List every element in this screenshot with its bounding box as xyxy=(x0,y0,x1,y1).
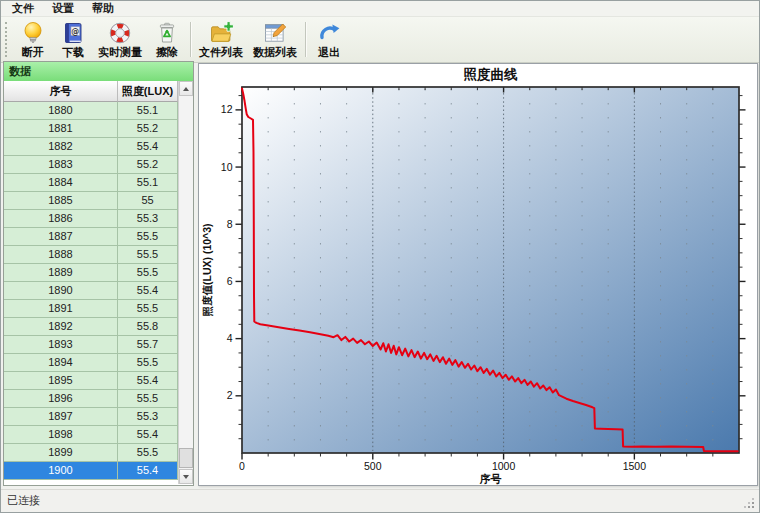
scroll-up-button[interactable] xyxy=(179,81,193,96)
table-row[interactable]: 189155.5 xyxy=(4,300,193,318)
menu-help[interactable]: 帮助 xyxy=(83,0,123,17)
download-label: 下载 xyxy=(62,46,84,59)
table-row[interactable]: 188555 xyxy=(4,192,193,210)
seq-cell: 1881 xyxy=(4,120,118,138)
column-header-seq[interactable]: 序号 xyxy=(4,81,118,102)
data-list-button[interactable]: 数据列表 xyxy=(248,18,302,61)
resize-grip[interactable] xyxy=(744,498,754,508)
seq-cell: 1895 xyxy=(4,372,118,390)
lux-cell: 55.4 xyxy=(118,462,178,480)
svg-text:2: 2 xyxy=(227,389,233,401)
lux-cell: 55 xyxy=(118,192,178,210)
menu-file[interactable]: 文件 xyxy=(3,0,43,17)
seq-cell: 1900 xyxy=(4,462,118,480)
column-header-lux[interactable]: 照度(LUX) xyxy=(118,81,178,102)
lux-cell: 55.5 xyxy=(118,264,178,282)
toolbar-grip xyxy=(5,22,10,57)
table-row[interactable]: 189955.5 xyxy=(4,444,193,462)
data-table: 序号 照度(LUX) 188055.1188155.2188255.418835… xyxy=(4,81,193,485)
menu-settings[interactable]: 设置 xyxy=(43,0,83,17)
lux-cell: 55.5 xyxy=(118,390,178,408)
y-axis-label: 照度值(LUX) (10^3) xyxy=(201,223,214,316)
seq-cell: 1882 xyxy=(4,138,118,156)
data-panel-title: 数据 xyxy=(4,62,193,82)
seq-cell: 1898 xyxy=(4,426,118,444)
erase-label: 擦除 xyxy=(156,46,178,59)
app-window: 文件 设置 帮助 断开 xyxy=(0,0,760,513)
exit-label: 退出 xyxy=(318,46,340,59)
toolbar: 断开 @ 下载 xyxy=(1,16,759,63)
table-header: 序号 照度(LUX) xyxy=(4,81,193,102)
table-row[interactable]: 189055.4 xyxy=(4,282,193,300)
lifebuoy-icon xyxy=(107,19,133,46)
table-row[interactable]: 189755.3 xyxy=(4,408,193,426)
seq-cell: 1896 xyxy=(4,390,118,408)
seq-cell: 1880 xyxy=(4,102,118,120)
seq-cell: 1886 xyxy=(4,210,118,228)
table-row[interactable]: 188355.2 xyxy=(4,156,193,174)
toolbar-separator xyxy=(190,22,191,57)
illuminance-chart: 24681012050010001500照度曲线序号照度值(LUX) (10^3… xyxy=(199,64,757,485)
table-row[interactable]: 188255.4 xyxy=(4,138,193,156)
realtime-measure-button[interactable]: 实时测量 xyxy=(93,18,147,61)
table-row[interactable]: 189255.8 xyxy=(4,318,193,336)
table-row[interactable]: 188455.1 xyxy=(4,174,193,192)
lux-cell: 55.5 xyxy=(118,228,178,246)
seq-cell: 1887 xyxy=(4,228,118,246)
scrollbar-thumb[interactable] xyxy=(179,448,193,468)
data-table-body: 188055.1188155.2188255.4188355.2188455.1… xyxy=(4,102,193,480)
table-row[interactable]: 190055.4 xyxy=(4,462,193,480)
vertical-scrollbar[interactable] xyxy=(178,81,193,484)
realtime-measure-label: 实时测量 xyxy=(98,46,142,59)
chart-title: 照度曲线 xyxy=(464,67,519,82)
seq-cell: 1884 xyxy=(4,174,118,192)
chart-panel: 24681012050010001500照度曲线序号照度值(LUX) (10^3… xyxy=(198,63,758,486)
lux-cell: 55.2 xyxy=(118,120,178,138)
seq-cell: 1885 xyxy=(4,192,118,210)
exit-button[interactable]: 退出 xyxy=(309,18,349,61)
table-row[interactable]: 189355.7 xyxy=(4,336,193,354)
table-row[interactable]: 188055.1 xyxy=(4,102,193,120)
lux-cell: 55.5 xyxy=(118,354,178,372)
seq-cell: 1897 xyxy=(4,408,118,426)
data-panel: 数据 序号 照度(LUX) 188055.1188155.2188255.418… xyxy=(3,61,194,486)
download-button[interactable]: @ 下载 xyxy=(53,18,93,61)
arrow-up-icon xyxy=(183,87,189,91)
lux-cell: 55.1 xyxy=(118,174,178,192)
table-row[interactable]: 188855.5 xyxy=(4,246,193,264)
file-list-label: 文件列表 xyxy=(199,46,243,59)
svg-text:500: 500 xyxy=(364,460,382,472)
table-row[interactable]: 189655.5 xyxy=(4,390,193,408)
svg-text:6: 6 xyxy=(227,275,233,287)
table-row[interactable]: 188155.2 xyxy=(4,120,193,138)
lux-cell: 55.2 xyxy=(118,156,178,174)
exit-arrow-icon xyxy=(316,19,342,46)
svg-text:8: 8 xyxy=(227,218,233,230)
status-bar: 已连接 xyxy=(1,489,759,512)
lux-cell: 55.4 xyxy=(118,282,178,300)
seq-cell: 1888 xyxy=(4,246,118,264)
scroll-down-button[interactable] xyxy=(179,469,193,484)
seq-cell: 1889 xyxy=(4,264,118,282)
table-row[interactable]: 189855.4 xyxy=(4,426,193,444)
table-row[interactable]: 188955.5 xyxy=(4,264,193,282)
erase-button[interactable]: 擦除 xyxy=(147,18,187,61)
table-row[interactable]: 189555.4 xyxy=(4,372,193,390)
disconnect-label: 断开 xyxy=(22,46,44,59)
table-pencil-icon xyxy=(262,19,288,46)
seq-cell: 1894 xyxy=(4,354,118,372)
file-list-button[interactable]: 文件列表 xyxy=(194,18,248,61)
seq-cell: 1899 xyxy=(4,444,118,462)
disconnect-button[interactable]: 断开 xyxy=(13,18,53,61)
table-row[interactable]: 188655.3 xyxy=(4,210,193,228)
lux-cell: 55.4 xyxy=(118,426,178,444)
table-row[interactable]: 188755.5 xyxy=(4,228,193,246)
table-row[interactable]: 189455.5 xyxy=(4,354,193,372)
svg-text:1500: 1500 xyxy=(623,460,647,472)
menu-bar: 文件 设置 帮助 xyxy=(1,1,759,16)
lux-cell: 55.5 xyxy=(118,246,178,264)
lux-cell: 55.4 xyxy=(118,138,178,156)
seq-cell: 1893 xyxy=(4,336,118,354)
svg-text:1000: 1000 xyxy=(492,460,516,472)
seq-cell: 1890 xyxy=(4,282,118,300)
